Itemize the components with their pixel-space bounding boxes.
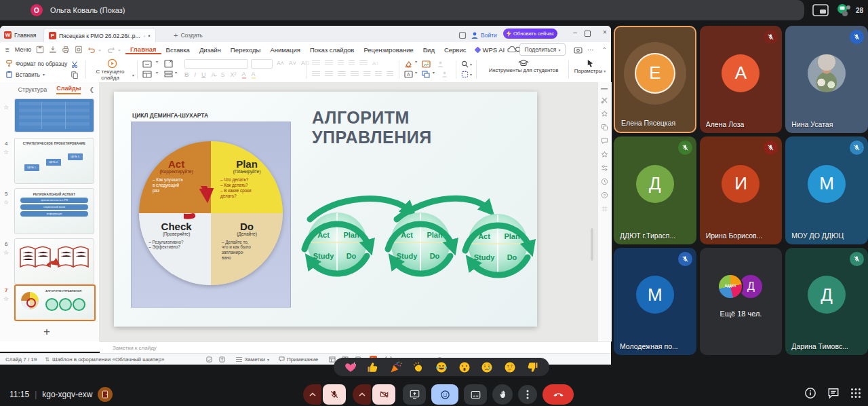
mic-off-button[interactable] xyxy=(323,384,346,405)
new-slide-icon[interactable] xyxy=(142,60,152,68)
crying-reaction[interactable] xyxy=(480,361,494,374)
overflow-tile[interactable]: БДДЮТ Д Ещё 18 чел. xyxy=(700,248,783,355)
wps-new-tab-button[interactable]: +Создать xyxy=(174,28,203,42)
add-slide-button[interactable]: + xyxy=(43,325,50,339)
history-clock-icon[interactable] xyxy=(601,178,609,185)
window-frame-icon[interactable] xyxy=(458,28,467,42)
shape-fill-caret-icon[interactable]: ▾ xyxy=(415,59,417,64)
ribbon-tab-review[interactable]: Рецензирование xyxy=(359,46,418,54)
camera-options-chevron[interactable] xyxy=(353,384,371,405)
screenshot-icon[interactable] xyxy=(574,46,583,54)
cloud-sync-icon[interactable] xyxy=(507,46,517,53)
wps-update-button[interactable]: Обновить сейчас xyxy=(503,29,557,39)
laughing-reaction[interactable] xyxy=(435,361,448,374)
camera-off-button[interactable] xyxy=(372,384,395,405)
statusbar-comment-button[interactable]: Примечание xyxy=(279,356,318,363)
tools-icon[interactable] xyxy=(601,96,609,104)
present-button[interactable] xyxy=(403,384,426,405)
save-icon[interactable] xyxy=(36,45,44,54)
select-button[interactable]: ▾ xyxy=(461,71,472,78)
spellcheck-icon[interactable] xyxy=(206,356,212,363)
end-call-button[interactable] xyxy=(542,384,574,405)
chat-icon[interactable] xyxy=(827,387,840,399)
thumbs-down-reaction[interactable] xyxy=(526,361,539,374)
participant-tile[interactable]: М МОУ ДО ДДЮЦ xyxy=(785,136,868,244)
find-button[interactable]: ▾ xyxy=(461,60,472,68)
slide-star-icon[interactable]: ☆ xyxy=(3,295,9,302)
more-tools-icon[interactable]: ⋯ xyxy=(587,46,595,54)
ribbon-tab-design[interactable]: Дизайн xyxy=(195,46,226,54)
surprised-reaction[interactable] xyxy=(458,361,471,374)
student-tools-button[interactable]: Инструменты для студентов xyxy=(483,59,564,73)
sparkling-heart-reaction[interactable] xyxy=(344,361,357,374)
format-painter-button[interactable]: Формат по образцу xyxy=(5,60,67,67)
wps-share-button[interactable]: Поделиться▾ xyxy=(519,43,566,56)
print-preview-icon[interactable] xyxy=(75,45,83,54)
wps-menu-button[interactable]: Меню xyxy=(15,46,31,53)
participant-tile[interactable]: Д ДДЮТ г.Тирасп... xyxy=(614,136,696,244)
export-icon[interactable] xyxy=(49,45,57,54)
info-icon[interactable] xyxy=(804,387,816,399)
draw-icon[interactable] xyxy=(601,110,609,117)
shape-fill-icon[interactable] xyxy=(404,60,412,68)
slide-thumbnail-5[interactable]: РЕГИОНАЛЬНЫЙ АСПЕКТ преемственность с РФ… xyxy=(14,188,94,234)
thumbs-up-reaction[interactable] xyxy=(366,361,380,374)
notes-row[interactable]: Заметки к слайду xyxy=(100,342,611,354)
tab-structure[interactable]: Структура xyxy=(18,86,47,93)
wps-document-tab[interactable]: P Пясецкая к РМО 26.02.26г..р... ◦ • xyxy=(43,28,156,43)
undo-caret-icon[interactable]: ⌄ xyxy=(98,47,102,52)
cut-icon[interactable] xyxy=(71,60,79,69)
text-box-icon[interactable]: A xyxy=(404,71,413,78)
participant-tile[interactable]: И Ирина Борисов... xyxy=(700,136,783,244)
ribbon-tab-tools[interactable]: Сервис xyxy=(439,46,471,54)
comment-icon[interactable] xyxy=(601,137,609,145)
print-icon[interactable] xyxy=(62,45,70,54)
apps-grid-icon[interactable] xyxy=(850,388,861,399)
tab-slides[interactable]: Слайды xyxy=(56,85,81,94)
ribbon-tab-transitions[interactable]: Переходы xyxy=(226,46,266,54)
wps-close-button[interactable]: × xyxy=(599,29,610,36)
slide-star-icon[interactable]: ☆ xyxy=(3,199,9,206)
undo-icon[interactable] xyxy=(87,45,96,54)
participants-count-chip[interactable]: 28 xyxy=(835,3,863,17)
ribbon-tab-animation[interactable]: Анимация xyxy=(265,46,305,54)
participant-tile[interactable]: Нина Усатая xyxy=(785,26,868,133)
statusbar-notes-button[interactable]: Заметки▾ xyxy=(236,356,269,363)
mic-options-chevron[interactable] xyxy=(303,384,321,405)
help-icon[interactable]: ? xyxy=(601,191,609,199)
language-icon[interactable] xyxy=(219,356,225,363)
section-icon[interactable] xyxy=(164,71,173,77)
slide-thumbnail-4[interactable]: СТРАТЕГИЧЕСКОЕ ПРОЕКТИРОВАНИЕ ЦЕЛЬ 1. ЦЕ… xyxy=(14,138,94,184)
layout-caret-icon[interactable]: ▾ xyxy=(156,70,158,75)
text-box-caret-icon[interactable]: ▾ xyxy=(415,70,417,75)
layers-icon[interactable] xyxy=(601,124,609,131)
ribbon-tab-view[interactable]: Вид xyxy=(418,46,439,54)
slide-thumbnail-7-selected[interactable]: АЛГОРИТМ УПРАВЛЕНИЯ xyxy=(14,284,96,321)
wps-maximize-button[interactable] xyxy=(585,31,595,37)
canvas-scrollbar[interactable] xyxy=(591,228,593,261)
slide-star-icon[interactable]: ☆ xyxy=(3,249,9,256)
thinking-reaction[interactable] xyxy=(503,361,517,374)
slide-layout-icon[interactable] xyxy=(142,71,152,78)
clapping-hands-reaction[interactable] xyxy=(412,361,425,374)
ribbon-tab-slideshow[interactable]: Показ слайдов xyxy=(305,46,359,54)
collapse-ribbon-icon[interactable]: ⌃ xyxy=(602,47,607,53)
participant-tile[interactable]: А Алена Лоза xyxy=(700,26,783,133)
participant-tile[interactable]: Д Дарина Тимовс... xyxy=(785,248,868,355)
participant-tile-speaking[interactable]: Е Елена Пясецкая xyxy=(614,26,696,133)
layout-button[interactable] xyxy=(464,384,487,405)
party-popper-reaction[interactable] xyxy=(389,361,403,374)
slide-star-icon[interactable]: ☆ xyxy=(3,104,9,111)
ribbon-tab-home[interactable]: Главная xyxy=(125,45,161,54)
slide-star-icon[interactable]: ☆ xyxy=(3,149,9,155)
slide-thumbnail-3[interactable] xyxy=(14,98,94,132)
arrange-caret-icon[interactable]: ▾ xyxy=(433,70,435,75)
play-from-current-slide-button[interactable]: С текущего слайда▾ xyxy=(90,58,134,81)
wps-login-button[interactable]: Войти xyxy=(471,28,497,42)
participant-tile[interactable]: М Молодежная по... xyxy=(614,248,696,355)
raise-hand-button[interactable] xyxy=(492,384,513,405)
options-button[interactable]: Параметры▾ xyxy=(572,59,608,74)
paste-button[interactable]: Вставить▾ xyxy=(5,71,45,78)
redo-icon[interactable] xyxy=(106,45,115,54)
reactions-button-active[interactable] xyxy=(431,384,458,405)
